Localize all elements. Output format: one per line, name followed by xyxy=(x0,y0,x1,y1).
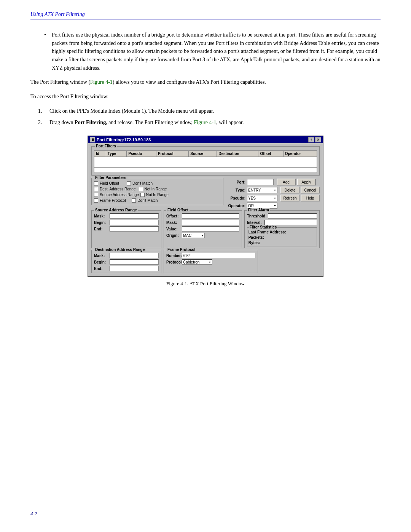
cb-not-in-range-1[interactable] xyxy=(139,187,143,191)
cb-source-addr-label: Source Address Range xyxy=(100,193,139,197)
offset-row: Offset: xyxy=(166,213,239,219)
interval-input[interactable] xyxy=(264,220,317,225)
port-row: Port: Add Apply xyxy=(226,179,320,185)
dest-address-range-group: Destination Address Range Mask: Begin: E… xyxy=(91,250,161,273)
origin-dropdown-arrow: ▼ xyxy=(201,234,204,237)
middle-section: Filter Parameters Field Offset Don't Mat… xyxy=(91,178,320,209)
port-filters-group: Port Filters Id Type Pseudo Protocol Sou… xyxy=(91,146,320,176)
src-begin-row: Begin: xyxy=(94,220,159,225)
port-input[interactable] xyxy=(247,179,274,185)
help-button[interactable]: Help xyxy=(301,195,320,201)
page-header: Using ATX Port Filtering xyxy=(30,11,381,19)
dest-end-input[interactable] xyxy=(110,266,159,271)
type-row: Type: ENTRY ▼ Delete Cancel xyxy=(226,187,320,193)
cb-frame-protocol-label: Frame Protocol xyxy=(100,198,126,203)
step-2: 2. Drag down Port Filtering, and release… xyxy=(42,118,381,127)
filter-stats-group: Filter Statistics Last Frame Address: Pa… xyxy=(247,227,317,246)
sub-groups-row: Source Address Range Mask: Begin: End: xyxy=(91,210,320,248)
figure-caption: Figure 4-1. ATX Port Filtering Window xyxy=(166,281,245,287)
source-range-label: Source Address Range xyxy=(94,208,138,212)
cb-dest-addr[interactable] xyxy=(94,187,98,191)
type-select[interactable]: ENTRY ▼ xyxy=(247,187,277,193)
origin-value: MAC xyxy=(183,233,191,238)
pseudo-dropdown-arrow: ▼ xyxy=(274,197,276,200)
value-input[interactable] xyxy=(182,226,239,232)
cb-source-addr[interactable] xyxy=(94,193,98,197)
source-address-range-group: Source Address Range Mask: Begin: End: xyxy=(91,210,161,248)
fo-mask-input[interactable] xyxy=(182,220,239,225)
cb-field-offset-label: Field Offset xyxy=(100,181,119,185)
frame-protocol-label: Frame Protocol xyxy=(166,248,196,252)
number-row: Number: xyxy=(166,253,255,258)
help-button-titlebar[interactable]: ? xyxy=(308,137,314,142)
cb-dont-match-1[interactable] xyxy=(127,181,131,185)
steps-list: 1. Click on the PPE's Module Index (Modu… xyxy=(42,107,381,126)
dest-begin-row: Begin: xyxy=(94,259,159,265)
last-frame-label: Last Frame Address: xyxy=(249,230,286,234)
offset-label: Offset: xyxy=(166,214,181,218)
origin-select[interactable]: MAC ▼ xyxy=(182,233,205,238)
col-operator: Operator xyxy=(283,151,317,157)
checkbox-row-4: Frame Protocol Don't Match xyxy=(94,198,221,203)
cancel-button[interactable]: Cancel xyxy=(301,187,320,193)
last-frame-row: Last Frame Address: xyxy=(249,230,315,234)
threshold-row: Threshold xyxy=(247,213,317,219)
right-panel: Port: Add Apply Type: ENTRY xyxy=(226,178,320,209)
protocol-select[interactable]: Cabletron ▼ xyxy=(182,259,212,265)
dest-begin-input[interactable] xyxy=(110,259,159,265)
figure-container: 🖥 Port Filtering:172.19.59.183 ? ✕ Port … xyxy=(30,136,381,287)
pseudo-select[interactable]: YES ▼ xyxy=(247,195,277,201)
titlebar-controls: ? ✕ xyxy=(308,137,321,142)
add-apply-buttons: Add Apply xyxy=(277,179,316,185)
protocol-dropdown-arrow: ▼ xyxy=(209,261,211,264)
dest-end-row: End: xyxy=(94,266,159,271)
src-end-input[interactable] xyxy=(110,226,159,232)
src-end-row: End: xyxy=(94,226,159,232)
checkbox-row-2: Dest. Address Range Not In Range xyxy=(94,187,221,191)
fo-mask-label: Mask: xyxy=(166,220,181,225)
src-mask-label: Mask: xyxy=(94,214,108,218)
figure-link-1[interactable]: Figure 4-1 xyxy=(90,79,113,85)
close-button[interactable]: ✕ xyxy=(315,137,321,142)
offset-input[interactable] xyxy=(182,213,239,219)
refresh-help-buttons: Refresh Help xyxy=(280,195,320,201)
number-input[interactable] xyxy=(182,253,255,258)
delete-button[interactable]: Delete xyxy=(280,187,299,193)
fo-mask-row: Mask: xyxy=(166,220,239,225)
operator-row: Operator: OR ▼ xyxy=(226,203,320,209)
window-body: Port Filters Id Type Pseudo Protocol Sou… xyxy=(88,143,323,276)
operator-dropdown-arrow: ▼ xyxy=(274,204,276,207)
window-titlebar: 🖥 Port Filtering:172.19.59.183 ? ✕ xyxy=(88,136,323,143)
cb-not-in-range-2-label: Not In Range xyxy=(146,193,169,197)
filter-params-label: Filter Parameters xyxy=(94,176,127,180)
apply-button[interactable]: Apply xyxy=(297,179,316,185)
src-begin-label: Begin: xyxy=(94,220,108,225)
cb-dont-match-2[interactable] xyxy=(132,198,136,203)
figure-link-2[interactable]: Figure 4-1 xyxy=(194,120,216,125)
header-title: Using ATX Port Filtering xyxy=(30,11,85,18)
src-mask-input[interactable] xyxy=(110,213,159,219)
bullet-item-1: Port filters use the physical index numb… xyxy=(46,31,381,72)
dest-mask-input[interactable] xyxy=(110,253,159,258)
add-button[interactable]: Add xyxy=(277,179,296,185)
dest-begin-label: Begin: xyxy=(94,260,108,264)
table-row-empty-2 xyxy=(94,162,317,168)
delete-cancel-buttons: Delete Cancel xyxy=(280,187,320,193)
pseudo-label: Pseudo: xyxy=(226,196,245,200)
step-1: 1. Click on the PPE's Module Index (Modu… xyxy=(42,107,381,115)
cb-frame-protocol[interactable] xyxy=(94,198,98,203)
col-type: Type xyxy=(106,151,126,157)
operator-value: OR xyxy=(248,204,254,208)
left-panel: Filter Parameters Field Offset Don't Mat… xyxy=(91,178,223,209)
src-begin-input[interactable] xyxy=(110,220,159,225)
type-dropdown-arrow: ▼ xyxy=(274,189,276,192)
threshold-input[interactable] xyxy=(268,213,317,219)
dest-mask-row: Mask: xyxy=(94,253,159,258)
refresh-button[interactable]: Refresh xyxy=(280,195,299,201)
table-row-empty-3 xyxy=(94,168,317,173)
cb-not-in-range-2[interactable] xyxy=(140,193,145,197)
cb-dest-addr-label: Dest. Address Range xyxy=(100,187,136,191)
col-source: Source xyxy=(189,151,217,157)
paragraph-2: To access the Port Filtering window: xyxy=(30,93,381,101)
cb-field-offset[interactable] xyxy=(94,181,98,185)
